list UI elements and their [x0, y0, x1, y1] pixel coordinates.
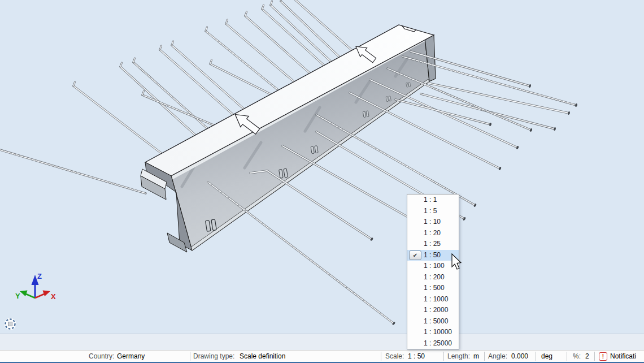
menu-item-label: 1 : 200: [424, 273, 445, 281]
menu-item-1-10[interactable]: 1 : 10: [407, 217, 459, 228]
rebar: [281, 0, 339, 57]
menu-item-1-500[interactable]: 1 : 500: [407, 283, 459, 294]
drawing-type-value: Scale definition: [240, 351, 285, 362]
menu-item-label: 1 : 25: [424, 240, 441, 248]
menu-item-label: 1 : 500: [424, 284, 445, 292]
scale-dropdown-menu: 1 : 11 : 51 : 101 : 201 : 25✔1 : 501 : 1…: [407, 194, 459, 349]
menu-item-label: 1 : 5000: [424, 317, 448, 325]
rebar: [0, 150, 146, 193]
length-label: Length:: [447, 351, 470, 362]
country-value: Germany: [117, 351, 145, 362]
concrete-beam-model[interactable]: [141, 25, 436, 252]
x-axis-label: X: [51, 292, 56, 301]
length-value[interactable]: m: [473, 351, 479, 362]
angle-unit[interactable]: deg: [541, 351, 552, 362]
menu-item-1-2000[interactable]: 1 : 2000: [407, 305, 459, 316]
notifications-label[interactable]: Notificati: [610, 351, 636, 362]
rebar: [120, 63, 196, 136]
scale-label: Scale:: [385, 351, 404, 362]
menu-item-1-1[interactable]: 1 : 1: [407, 195, 459, 206]
menu-item-label: 1 : 5: [424, 207, 437, 215]
country-label: Country:: [89, 351, 114, 362]
rebar: [160, 46, 233, 115]
drawing-type-label: Drawing type:: [193, 351, 234, 362]
status-bar: Country: Germany Drawing type: Scale def…: [0, 350, 644, 362]
menu-item-label: 1 : 1000: [424, 295, 448, 303]
menu-item-label: 1 : 25000: [424, 339, 452, 347]
viewport-bottom-strip: [0, 334, 644, 351]
menu-item-label: 1 : 20: [424, 229, 441, 237]
y-axis-arrow: [20, 291, 28, 297]
x-axis-arrow: [43, 291, 51, 297]
notification-exclamation-icon[interactable]: !: [599, 352, 607, 361]
menu-item-label: 1 : 10000: [424, 328, 452, 336]
angle-label: Angle:: [488, 351, 507, 362]
rebar: [271, 1, 330, 61]
menu-item-label: 1 : 100: [424, 262, 445, 270]
percent-value[interactable]: 2: [585, 351, 589, 362]
menu-item-1-10000[interactable]: 1 : 10000: [407, 327, 459, 338]
rotation-center-icon[interactable]: [5, 318, 16, 330]
menu-item-label: 1 : 1: [424, 196, 437, 204]
rebar: [316, 115, 477, 208]
percent-label: %:: [573, 351, 581, 362]
menu-item-1-5[interactable]: 1 : 5: [407, 206, 459, 217]
y-axis-label: Y: [15, 292, 20, 300]
rebar: [262, 5, 324, 65]
menu-item-1-5000[interactable]: 1 : 5000: [407, 316, 459, 327]
menu-item-label: 1 : 10: [424, 218, 441, 226]
z-axis-label: Z: [37, 272, 42, 280]
checkmark-icon: ✔: [409, 250, 421, 260]
menu-item-1-200[interactable]: 1 : 200: [407, 272, 459, 283]
orientation-axes: Z Y X: [15, 272, 56, 301]
angle-value[interactable]: 0.000: [511, 351, 528, 362]
rebar: [282, 146, 418, 223]
rebar: [208, 182, 395, 325]
menu-item-1-25[interactable]: 1 : 25: [407, 239, 459, 250]
rebar: [428, 83, 570, 115]
menu-item-1-20[interactable]: 1 : 20: [407, 228, 459, 239]
drawing-viewport[interactable]: Z Y X: [0, 0, 644, 334]
mouse-cursor: [450, 252, 463, 271]
menu-item-label: 1 : 50: [424, 251, 441, 259]
menu-item-label: 1 : 2000: [424, 306, 448, 314]
menu-item-1-1000[interactable]: 1 : 1000: [407, 294, 459, 305]
scale-value[interactable]: 1 : 50: [408, 351, 425, 362]
menu-item-1-25000[interactable]: 1 : 25000: [407, 338, 459, 349]
